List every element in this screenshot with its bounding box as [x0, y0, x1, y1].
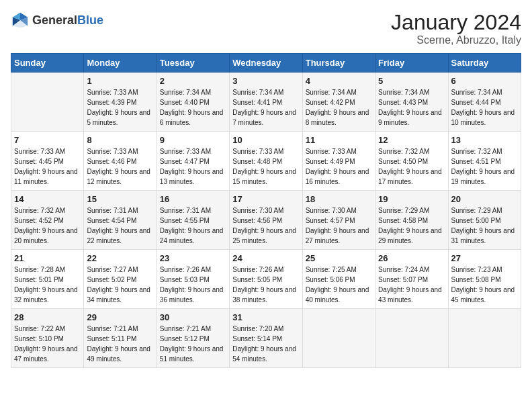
sunrise-text: Sunrise: 7:32 AM [14, 207, 65, 214]
daylight-text: Daylight: 9 hours and 24 minutes. [160, 227, 224, 244]
calendar-cell: 3Sunrise: 7:34 AMSunset: 4:41 PMDaylight… [230, 73, 302, 132]
daylight-text: Daylight: 9 hours and 15 minutes. [232, 168, 296, 185]
week-row-2: 14Sunrise: 7:32 AMSunset: 4:52 PMDayligh… [11, 191, 521, 250]
sunset-text: Sunset: 4:45 PM [14, 158, 64, 165]
header-sunday: Sunday [11, 54, 84, 73]
day-number: 31 [232, 312, 299, 322]
sunset-text: Sunset: 5:01 PM [14, 276, 64, 283]
sunrise-text: Sunrise: 7:22 AM [14, 325, 65, 332]
day-number: 2 [160, 76, 226, 86]
day-info: Sunrise: 7:27 AMSunset: 5:02 PMDaylight:… [87, 265, 153, 305]
daylight-text: Daylight: 9 hours and 7 minutes. [232, 109, 296, 126]
daylight-text: Daylight: 9 hours and 51 minutes. [160, 345, 224, 363]
logo-general: General [32, 13, 77, 27]
daylight-text: Daylight: 9 hours and 25 minutes. [232, 227, 296, 244]
day-number: 26 [378, 253, 445, 263]
sunset-text: Sunset: 5:11 PM [87, 335, 136, 342]
day-number: 28 [14, 312, 81, 322]
day-info: Sunrise: 7:34 AMSunset: 4:40 PMDaylight:… [160, 87, 226, 128]
calendar-cell: 4Sunrise: 7:34 AMSunset: 4:42 PMDaylight… [302, 73, 375, 132]
location-title: Scerne, Abruzzo, Italy [391, 34, 521, 46]
day-number: 30 [160, 312, 226, 322]
calendar-cell: 26Sunrise: 7:24 AMSunset: 5:07 PMDayligh… [375, 250, 448, 309]
calendar-cell: 22Sunrise: 7:27 AMSunset: 5:02 PMDayligh… [84, 250, 157, 309]
sunrise-text: Sunrise: 7:26 AM [232, 266, 283, 273]
calendar-cell: 8Sunrise: 7:33 AMSunset: 4:46 PMDaylight… [84, 132, 157, 191]
calendar-cell [302, 309, 375, 368]
day-info: Sunrise: 7:31 AMSunset: 4:55 PMDaylight:… [160, 205, 226, 246]
sunset-text: Sunset: 4:48 PM [232, 158, 282, 165]
calendar-cell: 16Sunrise: 7:31 AMSunset: 4:55 PMDayligh… [157, 191, 229, 250]
sunset-text: Sunset: 4:51 PM [451, 158, 501, 165]
calendar-cell [11, 73, 84, 132]
header-saturday: Saturday [448, 54, 521, 73]
week-row-0: 1Sunrise: 7:33 AMSunset: 4:39 PMDaylight… [11, 73, 521, 132]
day-info: Sunrise: 7:34 AMSunset: 4:43 PMDaylight:… [378, 87, 445, 128]
logo-icon [11, 11, 30, 30]
sunrise-text: Sunrise: 7:34 AM [160, 89, 211, 96]
day-number: 12 [378, 135, 445, 145]
daylight-text: Daylight: 9 hours and 8 minutes. [306, 109, 369, 126]
header-wednesday: Wednesday [230, 54, 302, 73]
week-row-4: 28Sunrise: 7:22 AMSunset: 5:10 PMDayligh… [11, 309, 521, 368]
week-row-3: 21Sunrise: 7:28 AMSunset: 5:01 PMDayligh… [11, 250, 521, 309]
day-info: Sunrise: 7:22 AMSunset: 5:10 PMDaylight:… [14, 324, 81, 364]
sunrise-text: Sunrise: 7:24 AM [378, 266, 429, 273]
sunset-text: Sunset: 5:08 PM [451, 276, 501, 283]
day-info: Sunrise: 7:33 AMSunset: 4:45 PMDaylight:… [14, 146, 81, 187]
day-number: 21 [14, 253, 81, 263]
calendar-cell: 9Sunrise: 7:33 AMSunset: 4:47 PMDaylight… [157, 132, 229, 191]
sunrise-text: Sunrise: 7:25 AM [306, 266, 357, 273]
sunset-text: Sunset: 4:50 PM [378, 158, 428, 165]
daylight-text: Daylight: 9 hours and 16 minutes. [306, 168, 369, 185]
sunset-text: Sunset: 5:10 PM [14, 335, 64, 342]
sunrise-text: Sunrise: 7:34 AM [378, 89, 429, 96]
sunrise-text: Sunrise: 7:33 AM [87, 89, 138, 96]
sunrise-text: Sunrise: 7:21 AM [160, 325, 211, 332]
daylight-text: Daylight: 9 hours and 5 minutes. [87, 109, 150, 126]
sunset-text: Sunset: 4:44 PM [451, 99, 501, 106]
daylight-text: Daylight: 9 hours and 36 minutes. [160, 286, 224, 304]
day-info: Sunrise: 7:21 AMSunset: 5:11 PMDaylight:… [87, 324, 153, 364]
day-info: Sunrise: 7:29 AMSunset: 4:58 PMDaylight:… [378, 205, 445, 246]
page-header: GeneralBlue January 2024 Scerne, Abruzzo… [11, 11, 521, 46]
daylight-text: Daylight: 9 hours and 17 minutes. [378, 168, 442, 185]
day-number: 16 [160, 194, 226, 204]
sunrise-text: Sunrise: 7:34 AM [232, 89, 283, 96]
day-number: 14 [14, 194, 81, 204]
daylight-text: Daylight: 9 hours and 45 minutes. [451, 286, 515, 304]
daylight-text: Daylight: 9 hours and 38 minutes. [232, 286, 296, 304]
logo-blue: Blue [77, 13, 103, 27]
day-number: 22 [87, 253, 153, 263]
sunset-text: Sunset: 5:07 PM [378, 276, 428, 283]
calendar-cell: 25Sunrise: 7:25 AMSunset: 5:06 PMDayligh… [302, 250, 375, 309]
calendar-cell: 1Sunrise: 7:33 AMSunset: 4:39 PMDaylight… [84, 73, 157, 132]
day-number: 7 [14, 135, 81, 145]
sunset-text: Sunset: 4:39 PM [87, 99, 136, 106]
sunrise-text: Sunrise: 7:34 AM [306, 89, 357, 96]
day-number: 23 [160, 253, 226, 263]
sunset-text: Sunset: 4:55 PM [160, 217, 210, 224]
sunset-text: Sunset: 4:56 PM [232, 217, 282, 224]
day-info: Sunrise: 7:34 AMSunset: 4:42 PMDaylight:… [306, 87, 372, 128]
calendar-cell: 24Sunrise: 7:26 AMSunset: 5:05 PMDayligh… [230, 250, 302, 309]
calendar-cell [375, 309, 448, 368]
title-block: January 2024 Scerne, Abruzzo, Italy [391, 11, 521, 46]
sunrise-text: Sunrise: 7:33 AM [160, 148, 211, 155]
sunset-text: Sunset: 4:43 PM [378, 99, 428, 106]
sunrise-text: Sunrise: 7:21 AM [87, 325, 138, 332]
day-number: 9 [160, 135, 226, 145]
calendar-cell: 7Sunrise: 7:33 AMSunset: 4:45 PMDaylight… [11, 132, 84, 191]
day-info: Sunrise: 7:26 AMSunset: 5:03 PMDaylight:… [160, 265, 226, 305]
sunset-text: Sunset: 5:14 PM [232, 335, 282, 342]
daylight-text: Daylight: 9 hours and 6 minutes. [160, 109, 224, 126]
day-number: 10 [232, 135, 299, 145]
month-title: January 2024 [391, 11, 521, 34]
day-info: Sunrise: 7:33 AMSunset: 4:39 PMDaylight:… [87, 87, 153, 128]
calendar-cell: 12Sunrise: 7:32 AMSunset: 4:50 PMDayligh… [375, 132, 448, 191]
day-number: 20 [451, 194, 518, 204]
day-info: Sunrise: 7:26 AMSunset: 5:05 PMDaylight:… [232, 265, 299, 305]
day-info: Sunrise: 7:32 AMSunset: 4:52 PMDaylight:… [14, 205, 81, 246]
daylight-text: Daylight: 9 hours and 11 minutes. [14, 168, 78, 185]
calendar-cell: 5Sunrise: 7:34 AMSunset: 4:43 PMDaylight… [375, 73, 448, 132]
